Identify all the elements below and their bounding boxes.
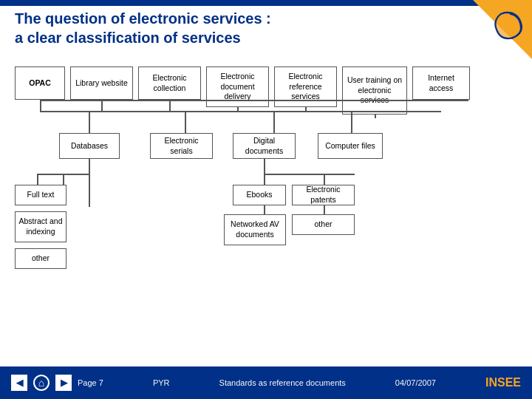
hline-top [40,100,468,101]
box-electronic-reference-services: Electronic reference services [274,66,337,107]
insep-logo: INSEE [485,376,521,389]
home-icon[interactable]: ⌂ [33,375,50,391]
box-databases: Databases [59,133,120,159]
box-computer-files: Computer files [318,133,383,159]
vline-to-compfiles [351,111,352,133]
box-abstract-indexing: Abstract and indexing [15,211,66,242]
box-electronic-patents: Electronic patents [292,185,355,205]
box-opac: OPAC [15,66,65,100]
footer-date: 04/07/2007 [395,378,436,387]
page-label: Page 7 [78,378,103,387]
box-electronic-collection: Electronic collection [138,66,201,100]
box-other-right: other [292,214,355,235]
vline-to-fulltext [37,174,38,185]
footer: ◀ ⌂ ▶ Page 7 PYR Standards as reference … [0,366,532,399]
prev-button[interactable]: ◀ [11,375,27,391]
box-internet-access: Internet access [412,66,470,100]
tree-diagram: OPAC Library website Electronic collecti… [15,66,517,362]
box-ebooks: Ebooks [233,185,286,205]
box-library-website: Library website [70,66,133,100]
box-networked-av: Networked AV documents [224,214,286,245]
vline-library [101,100,103,111]
vline-db-down [89,159,90,174]
box-full-text: Full text [15,185,66,205]
logo-icon [491,7,525,41]
box-user-training: User training on electronic services [342,66,407,115]
vline-ecollect [169,100,171,111]
content-area: OPAC Library website Electronic collecti… [15,66,517,362]
footer-center: PYR [153,378,170,387]
box-other-left: other [15,248,66,269]
vline-epatents-other [324,205,325,214]
hline-ebooks-epatents [286,174,355,175]
logo-area [491,7,525,44]
vline-utes [375,115,376,118]
hline-row2 [89,111,351,112]
vline-opac [40,100,41,111]
box-digital-documents: Digital documents [233,133,296,159]
vline-to-db [89,111,90,133]
top-bar [0,0,532,6]
box-electronic-document-delivery: Electronic document delivery [206,66,269,107]
next-button[interactable]: ▶ [55,375,72,391]
vline-to-eserials [185,111,186,133]
slide-title: The question of electronic services : a … [15,9,271,47]
vline-digdocs-down [264,159,265,174]
box-electronic-serials: Electronic serials [150,133,213,159]
vline-to-otherleft [89,174,90,207]
footer-navigation: ◀ ⌂ ▶ Page 7 [11,375,103,391]
vline-to-epatents [324,174,325,185]
vline-to-digdocs [273,111,275,133]
footer-right-text: Standards as reference documents [219,378,346,387]
